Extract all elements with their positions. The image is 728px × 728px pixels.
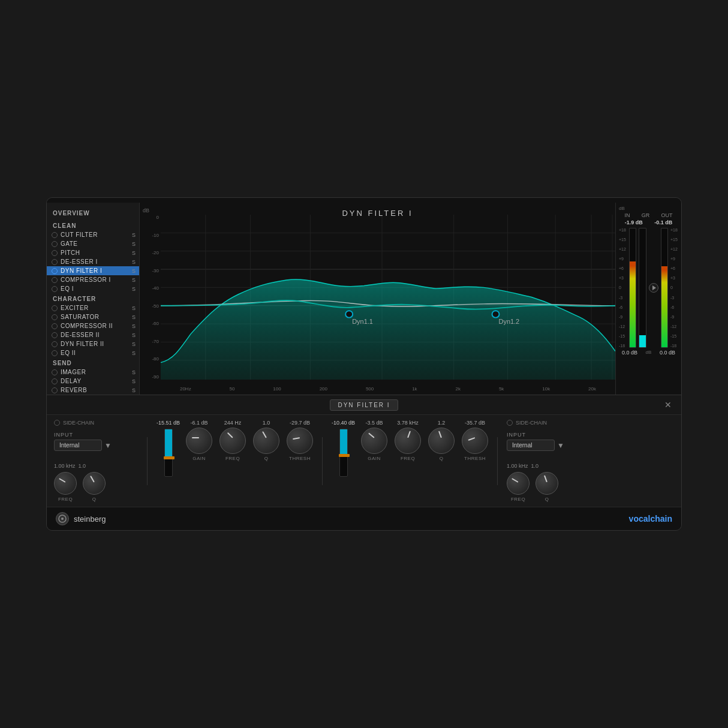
- dyn2-gain-knob[interactable]: [361, 428, 387, 454]
- eq-title: DYN FILTER I: [342, 209, 413, 218]
- dot-reverb: [52, 387, 58, 393]
- dot-de-esser-ii: [52, 332, 58, 338]
- dyn1-freq-knob2[interactable]: [219, 428, 246, 454]
- dyn2-q-val-right: 1.0: [531, 463, 539, 469]
- meter-bottom-db: dB: [646, 350, 652, 356]
- dyn1-fader-track[interactable]: [164, 429, 173, 477]
- meter-db-top: dB: [619, 206, 678, 211]
- dot-eq-ii: [52, 350, 58, 356]
- sidebar-item-gate[interactable]: GATE S: [47, 239, 139, 248]
- svg-text:Dyn1.1: Dyn1.1: [352, 318, 373, 325]
- dyn2-fader-track[interactable]: [339, 429, 348, 477]
- db-top-label: dB: [143, 207, 149, 213]
- sep-2: [322, 437, 323, 485]
- sidebar-item-eq-ii[interactable]: EQ II S: [47, 348, 139, 357]
- gr-meter-fill: [639, 335, 645, 347]
- out-meter-bar: [661, 228, 668, 348]
- dyn1-fader-thumb[interactable]: [164, 456, 175, 459]
- play-button-meter[interactable]: [649, 283, 658, 293]
- dyn2-fader-thumb[interactable]: [339, 454, 350, 457]
- sidebar-item-de-esser-i[interactable]: DE-ESSER I S: [47, 257, 139, 266]
- dyn1-freq-wrap: 244 Hz FREQ: [219, 420, 246, 461]
- dyn2-sc-dot: [507, 420, 513, 426]
- lower-title-badge: DYN FILTER I: [330, 399, 398, 411]
- sidebar: OVERVIEW CLEAN CUT FILTER S GATE S PI: [47, 203, 140, 395]
- dyn2-fader-value: -10.40 dB: [332, 420, 355, 426]
- in-value: -1.9 dB: [625, 219, 643, 225]
- dyn2-sc-label: SIDE-CHAIN: [507, 420, 591, 426]
- sidebar-item-saturator[interactable]: SATURATOR S: [47, 312, 139, 321]
- dyn2-knobs-row: -3.5 dB GAIN 3.78 kHz FREQ 1.2 Q: [361, 420, 488, 461]
- dyn2-freq-knob-right[interactable]: [507, 472, 530, 495]
- sidebar-item-de-esser-ii[interactable]: DE-ESSER II S: [47, 330, 139, 339]
- gr-label: GR: [642, 212, 650, 218]
- steinberg-logo: steinberg: [56, 512, 106, 525]
- dyn2-input-group: INPUT Internal ▼: [507, 432, 591, 451]
- dot-dyn-filter-i: [52, 268, 58, 274]
- dyn1-input-select-box[interactable]: Internal: [54, 440, 102, 451]
- dyn1-q-knob[interactable]: [83, 472, 106, 495]
- dyn2-q-knob-right[interactable]: [536, 472, 558, 495]
- dyn1-thresh-wrap: -29.7 dB THRESH: [287, 420, 313, 461]
- dyn2-q-knob[interactable]: [428, 428, 455, 454]
- close-button[interactable]: ✕: [661, 399, 675, 411]
- sidebar-item-dyn-filter-i[interactable]: DYN FILTER I S: [47, 266, 139, 275]
- lower-header: DYN FILTER I ✕: [47, 395, 681, 415]
- sidebar-item-exciter[interactable]: EXCITER S: [47, 303, 139, 312]
- upper-section: OVERVIEW CLEAN CUT FILTER S GATE S PI: [47, 203, 681, 395]
- dyn2-freq-knob-right-wrap: FREQ: [507, 472, 530, 502]
- dyn1-q-knob2[interactable]: [253, 428, 279, 454]
- meter-bottom-in: 0.0 dB: [622, 350, 637, 356]
- sidebar-item-delay[interactable]: DELAY S: [47, 377, 139, 386]
- dyn1-knobs-row: -6.1 dB GAIN 244 Hz FREQ 1.0 Q: [186, 420, 313, 461]
- dyn2-q-wrap: 1.2 Q: [428, 420, 455, 461]
- svg-text:Dyn1.2: Dyn1.2: [499, 318, 520, 325]
- sep-1: [147, 437, 148, 485]
- sidebar-item-cut-filter[interactable]: CUT FILTER S: [47, 230, 139, 239]
- sidebar-item-dyn-filter-ii[interactable]: DYN FILTER II S: [47, 339, 139, 348]
- in-meter-bar: [629, 228, 636, 348]
- out-label: OUT: [661, 212, 672, 218]
- meter-top-labels: IN GR OUT: [619, 212, 678, 218]
- sidebar-overview[interactable]: OVERVIEW: [47, 207, 139, 220]
- svg-point-17: [345, 311, 353, 317]
- sidebar-item-compressor-ii[interactable]: COMPRESSOR II S: [47, 321, 139, 330]
- dyn2-thresh-wrap: -35.7 dB THRESH: [462, 420, 488, 461]
- sidebar-item-reverb[interactable]: REVERB S: [47, 386, 139, 395]
- dyn2-input-arrow[interactable]: ▼: [557, 441, 564, 450]
- dyn2-freq-knob[interactable]: [395, 428, 421, 454]
- meter-bottom-values: 0.0 dB dB 0.0 dB: [619, 350, 678, 356]
- dyn2-freq-wrap: 3.78 kHz FREQ: [395, 420, 421, 461]
- dyn1-freq-knob[interactable]: [54, 472, 77, 495]
- sidebar-item-pitch[interactable]: PITCH S: [47, 248, 139, 257]
- dot-imager: [52, 369, 58, 375]
- sidebar-item-eq-i[interactable]: EQ I S: [47, 284, 139, 293]
- dyn2-knobs-section: -3.5 dB GAIN 3.78 kHz FREQ 1.2 Q: [361, 420, 488, 502]
- dyn1-gain-knob[interactable]: [186, 428, 212, 454]
- sidebar-section-send: SEND: [47, 357, 139, 368]
- meter-values: -1.9 dB -0.1 dB: [619, 219, 678, 225]
- dyn1-thresh-knob[interactable]: [287, 428, 313, 454]
- sidebar-item-compressor-i[interactable]: COMPRESSOR I S: [47, 275, 139, 284]
- sidebar-section-character: CHARACTER: [47, 293, 139, 303]
- gr-meter-bar: [639, 228, 646, 348]
- dyn1-input-arrow[interactable]: ▼: [104, 441, 112, 450]
- dyn2-input-select: Internal ▼: [507, 440, 591, 451]
- dyn1-freq-q-left: 1.00 kHz 1.0: [54, 463, 138, 469]
- dyn2-knobs-right: FREQ Q: [507, 472, 591, 502]
- dot-gate: [52, 241, 58, 247]
- sidebar-item-imager[interactable]: IMAGER S: [47, 368, 139, 377]
- db-scale: 0 -10 -20 -30 -40 -50 -60 -70 -80 -90: [140, 215, 161, 380]
- dyn1-sidechain-group: SIDE-CHAIN INPUT Internal ▼ 1.00 kHz 1.0: [54, 420, 138, 502]
- lower-section: DYN FILTER I ✕ SIDE-CHAIN INPUT: [47, 395, 681, 507]
- dot-compressor-ii: [52, 323, 58, 329]
- dyn2-thresh-knob[interactable]: [462, 428, 488, 454]
- svg-point-18: [492, 311, 500, 317]
- dot-delay: [52, 378, 58, 384]
- sep-3: [497, 437, 498, 485]
- dyn2-input-select-box[interactable]: Internal: [507, 440, 555, 451]
- play-btn-center: [649, 228, 658, 348]
- dot-saturator: [52, 314, 58, 320]
- dyn1-q-wrap: 1.0 Q: [253, 420, 279, 461]
- dot-de-esser-i: [52, 259, 58, 265]
